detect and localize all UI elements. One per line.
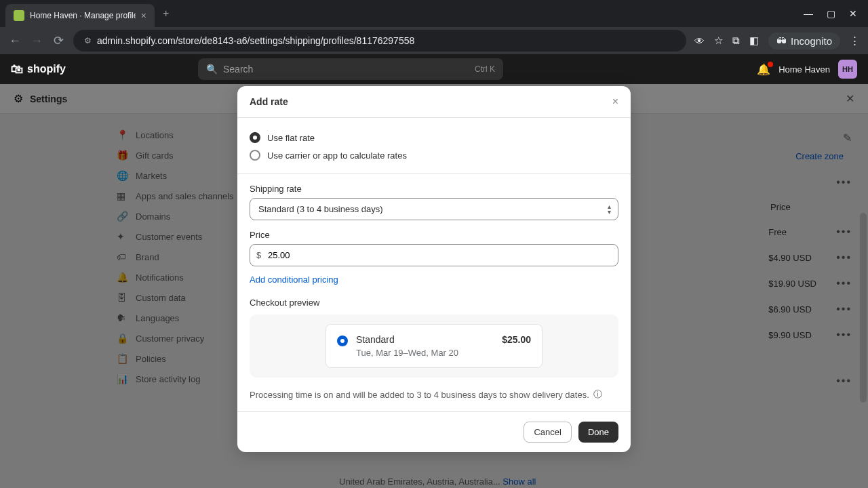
- eye-off-icon[interactable]: 👁: [694, 35, 705, 47]
- avatar[interactable]: HH: [838, 60, 857, 79]
- reload-button[interactable]: ⟳: [52, 33, 65, 48]
- close-tab-icon[interactable]: ×: [141, 10, 146, 21]
- conditional-pricing-link[interactable]: Add conditional pricing: [250, 274, 338, 285]
- close-window-icon[interactable]: ✕: [849, 8, 857, 19]
- browser-tab[interactable]: Home Haven · Manage profile ×: [5, 4, 155, 27]
- close-modal-icon[interactable]: ×: [612, 96, 618, 108]
- radio-carrier[interactable]: Use carrier or app to calculate rates: [250, 146, 618, 164]
- maximize-icon[interactable]: ▢: [827, 8, 835, 19]
- preview-delivery-date: Tue, Mar 19–Wed, Mar 20: [356, 348, 458, 358]
- browser-menu-icon[interactable]: ⋮: [850, 35, 860, 47]
- cancel-button[interactable]: Cancel: [524, 422, 571, 443]
- chevron-updown-icon: ▴▾: [608, 204, 611, 215]
- address-bar[interactable]: ⚙ admin.shopify.com/store/de8143-a6/sett…: [73, 30, 686, 52]
- modal-title: Add rate: [250, 96, 288, 107]
- sidepanel-icon[interactable]: ◧: [749, 35, 759, 47]
- favicon: [14, 10, 24, 21]
- add-rate-modal: Add rate × Use flat rate Use carrier or …: [237, 86, 631, 452]
- radio-icon: [250, 150, 260, 161]
- preview-price: $25.00: [502, 334, 531, 345]
- search-icon: 🔍: [206, 64, 218, 75]
- radio-flat-rate[interactable]: Use flat rate: [250, 129, 618, 146]
- radio-icon: [250, 132, 260, 143]
- extensions-icon[interactable]: ⧉: [732, 35, 740, 47]
- bookmark-icon[interactable]: ☆: [714, 35, 723, 47]
- search-shortcut: Ctrl K: [475, 64, 495, 74]
- window-controls: ― ▢ ✕: [804, 8, 863, 19]
- processing-note: Processing time is on and will be added …: [250, 388, 618, 401]
- preview-rate-name: Standard: [356, 334, 458, 345]
- search-input[interactable]: 🔍 Search Ctrl K: [198, 58, 503, 80]
- back-button[interactable]: ←: [8, 34, 22, 48]
- info-icon[interactable]: ⓘ: [593, 388, 602, 401]
- shopify-logo-icon: 🛍: [11, 62, 23, 77]
- shipping-rate-select[interactable]: Standard (3 to 4 business days) ▴▾: [250, 198, 618, 220]
- shopify-logo[interactable]: 🛍 shopify: [11, 62, 66, 77]
- new-tab-button[interactable]: +: [163, 7, 169, 20]
- notification-badge: [768, 62, 773, 67]
- browser-toolbar: ← → ⟳ ⚙ admin.shopify.com/store/de8143-a…: [0, 27, 868, 54]
- search-placeholder: Search: [223, 64, 253, 75]
- price-input[interactable]: [250, 244, 618, 266]
- tab-title: Home Haven · Manage profile: [30, 11, 136, 20]
- app-header: 🛍 shopify 🔍 Search Ctrl K 🔔 Home Haven H…: [0, 54, 868, 84]
- shipping-rate-label: Shipping rate: [250, 184, 618, 194]
- incognito-icon: 🕶: [776, 35, 787, 47]
- browser-tab-bar: Home Haven · Manage profile × + ― ▢ ✕: [0, 0, 868, 27]
- forward-button[interactable]: →: [30, 34, 43, 48]
- minimize-icon[interactable]: ―: [804, 8, 813, 19]
- url-text: admin.shopify.com/store/de8143-a6/settin…: [97, 35, 414, 46]
- site-info-icon[interactable]: ⚙: [84, 36, 92, 45]
- done-button[interactable]: Done: [578, 422, 618, 443]
- currency-symbol: $: [256, 250, 261, 260]
- store-name: Home Haven: [778, 64, 830, 75]
- incognito-badge[interactable]: 🕶 Incognito: [768, 33, 840, 49]
- preview-radio-icon: [337, 336, 348, 346]
- checkout-preview: Standard Tue, Mar 19–Wed, Mar 20 $25.00: [250, 314, 618, 378]
- notifications-button[interactable]: 🔔: [757, 63, 770, 76]
- price-label: Price: [250, 230, 618, 240]
- checkout-preview-label: Checkout preview: [250, 298, 618, 308]
